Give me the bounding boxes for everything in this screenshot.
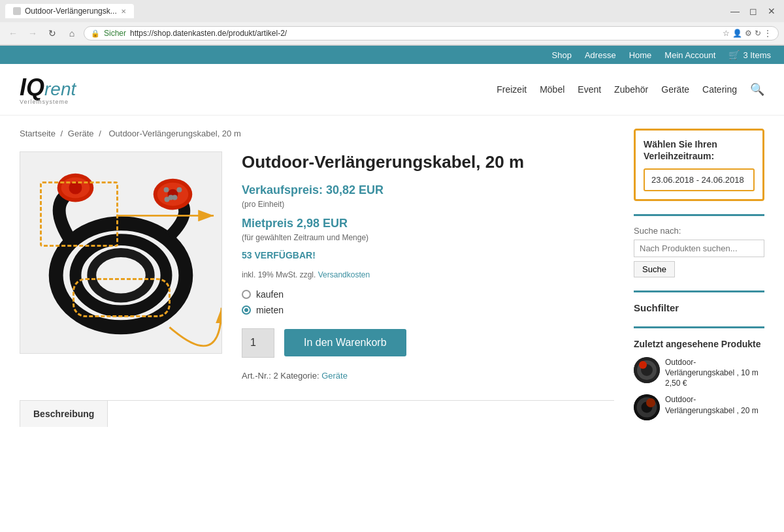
suche-label: Suche nach:: [634, 226, 764, 236]
browser-tab[interactable]: Outdoor-Verlängerungsk... ✕: [5, 4, 134, 18]
verkaufspreis: Verkaufspreis: 30,82 EUR: [242, 183, 614, 197]
mwst-info: inkl. 19% MwSt. zzgl. Versandkosten: [242, 270, 614, 279]
svg-point-14: [165, 197, 170, 202]
recent-product-2-name: Outdoor-Verlängerungskabel , 20 m: [665, 394, 764, 416]
address-icons: ☆ 👤 ⚙ ↻ ⋮: [723, 29, 772, 38]
address-text: https://shop.datenkasten.de/produkt/arti…: [130, 29, 719, 38]
search-icon-btn[interactable]: 🔍: [750, 82, 764, 97]
secure-icon: 🔒: [91, 29, 100, 38]
mwst-text: inkl. 19% MwSt. zzgl.: [242, 270, 316, 279]
nav-catering[interactable]: Catering: [702, 84, 737, 95]
nav-mobel[interactable]: Möbel: [540, 84, 564, 95]
maximize-btn[interactable]: ◻: [746, 4, 760, 18]
sidebar: Wählen Sie Ihren Verleihzeitraum: 23.06.…: [634, 129, 764, 433]
breadcrumb-gerate[interactable]: Geräte: [68, 129, 94, 138]
tab-close-btn[interactable]: ✕: [121, 8, 126, 15]
ext-icon2[interactable]: ⚙: [745, 29, 752, 38]
zuletzt-title: Zuletzt angesehene Produkte: [634, 338, 764, 350]
sidebar-divider-2: [634, 290, 764, 292]
breadcrumb-startseite[interactable]: Startseite: [20, 129, 56, 138]
top-shop-link[interactable]: Shop: [552, 50, 572, 60]
top-account-link[interactable]: Mein Account: [664, 50, 715, 60]
product-title: Outdoor-Verlängerungskabel, 20 m: [242, 151, 614, 174]
svg-point-11: [176, 187, 182, 193]
bookmark-icon[interactable]: ☆: [723, 29, 730, 38]
mietpreis: Mietpreis 2,98 EUR: [242, 217, 614, 230]
pro-einheit: (pro Einheit): [242, 200, 614, 209]
recent-thumb-2: [634, 394, 660, 420]
home-btn[interactable]: ⌂: [64, 25, 80, 41]
recent-product-1-name: Outdoor-Verlängerungskabel , 10 m: [665, 357, 764, 379]
cart-icon: 🛒: [728, 50, 740, 60]
close-btn[interactable]: ✕: [764, 4, 779, 18]
browser-addressbar: ← → ↻ ⌂ 🔒 Sicher https://shop.datenkaste…: [0, 22, 784, 45]
mieten-option[interactable]: mieten: [242, 305, 614, 315]
cart-row: In den Warenkorb: [242, 328, 614, 358]
zuletzt-section: Zuletzt angesehene Produkte Outdoor-Verl…: [634, 338, 764, 420]
nav-freizeit[interactable]: Freizeit: [497, 84, 527, 95]
recent-thumb-2-img: [634, 394, 660, 420]
verfugbar: 53 VERFÜGBAR!: [242, 250, 614, 260]
top-adresse-link[interactable]: Adresse: [585, 50, 616, 60]
browser-chrome: Outdoor-Verlängerungsk... ✕ — ◻ ✕ ← → ↻ …: [0, 0, 784, 46]
art-nr-link[interactable]: Geräte: [321, 371, 348, 381]
logo-rent: rent: [44, 79, 76, 99]
cart-info[interactable]: 🛒 3 Items: [728, 50, 771, 60]
main-nav: Freizeit Möbel Event Zubehör Geräte Cate…: [497, 82, 764, 97]
art-nr: Art.-Nr.: 2 Kategorie: Geräte: [242, 371, 614, 381]
forward-btn[interactable]: →: [25, 25, 41, 41]
cart-items-count: 3 Items: [743, 50, 771, 60]
date-range-picker[interactable]: 23.06.2018 - 24.06.2018: [644, 168, 755, 191]
breadcrumb-current: Outdoor-Verlängerungskabel, 20 m: [108, 129, 240, 138]
back-btn[interactable]: ←: [5, 25, 21, 41]
top-bar: Shop Adresse Home Mein Account 🛒 3 Items: [0, 46, 784, 64]
refresh-btn[interactable]: ↻: [44, 25, 60, 41]
recent-thumb-1: [634, 357, 660, 383]
product-layout: Outdoor-Verlängerungskabel, 20 m Verkauf…: [20, 151, 614, 381]
breadcrumb-sep2: /: [99, 129, 101, 138]
svg-point-20: [639, 361, 647, 369]
nav-zubehor[interactable]: Zubehör: [614, 84, 648, 95]
suchfilter-section: Suchfilter: [634, 302, 764, 313]
svg-point-23: [646, 398, 655, 407]
address-bar[interactable]: 🔒 Sicher https://shop.datenkasten.de/pro…: [84, 26, 779, 40]
suchfilter-title: Suchfilter: [634, 302, 764, 313]
description-tab-section: Beschreibung: [20, 400, 614, 427]
svg-point-10: [164, 187, 169, 193]
verleihe-box: Wählen Sie Ihren Verleihzeitraum: 23.06.…: [634, 129, 764, 201]
suche-input[interactable]: [634, 240, 764, 257]
menu-icon[interactable]: ⋮: [764, 29, 772, 38]
logo-iq: IQ: [20, 74, 44, 101]
kaufen-label: kaufen: [256, 289, 284, 300]
annotation-dashed-box-bottom: [73, 278, 171, 317]
nav-gerate[interactable]: Geräte: [661, 84, 689, 95]
beschreibung-tab[interactable]: Beschreibung: [20, 400, 108, 427]
mieten-label: mieten: [256, 305, 284, 315]
recent-product-1[interactable]: Outdoor-Verlängerungskabel , 10 m 2,50 €: [634, 357, 764, 388]
ext-icon1[interactable]: 👤: [732, 29, 742, 38]
add-to-cart-btn[interactable]: In den Warenkorb: [284, 329, 406, 356]
mieten-radio[interactable]: [242, 305, 251, 315]
ext-icon3[interactable]: ↻: [755, 29, 761, 38]
window-controls: — ◻ ✕: [728, 4, 779, 18]
suche-btn[interactable]: Suche: [634, 261, 675, 277]
nav-event[interactable]: Event: [578, 84, 601, 95]
versandkosten-link[interactable]: Versandkosten: [318, 270, 370, 279]
secure-label: Sicher: [104, 29, 126, 38]
sidebar-divider-3: [634, 326, 764, 328]
recent-product-2[interactable]: Outdoor-Verlängerungskabel , 20 m: [634, 394, 764, 420]
top-home-link[interactable]: Home: [629, 50, 652, 60]
verleihe-title: Wählen Sie Ihren Verleihzeitraum:: [644, 138, 755, 162]
sidebar-divider-1: [634, 214, 764, 216]
quantity-input[interactable]: [242, 328, 274, 358]
svg-point-13: [172, 195, 177, 200]
kaufen-radio[interactable]: [242, 290, 251, 299]
logo[interactable]: IQrent Verleihsysteme: [20, 74, 76, 105]
tab-icon: [13, 7, 21, 15]
minimize-btn[interactable]: —: [728, 4, 742, 18]
browser-titlebar: Outdoor-Verlängerungsk... ✕ — ◻ ✕: [0, 0, 784, 22]
product-details: Outdoor-Verlängerungskabel, 20 m Verkauf…: [242, 151, 614, 381]
breadcrumb: Startseite / Geräte / Outdoor-Verlängeru…: [20, 129, 614, 138]
annotation-dashed-box-top: [40, 181, 118, 247]
kaufen-option[interactable]: kaufen: [242, 289, 614, 300]
